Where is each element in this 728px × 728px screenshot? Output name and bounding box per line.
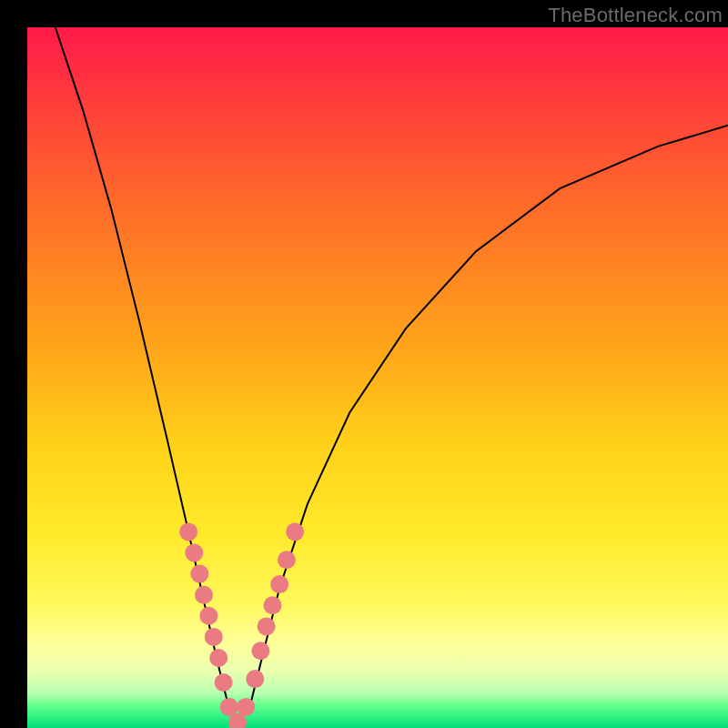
curve-marker [278,551,296,569]
curve-marker [199,607,217,625]
curve-marker [205,628,223,646]
curve-marker [237,698,255,716]
curve-marker [220,698,238,716]
curve-marker [179,522,197,541]
watermark-text: TheBottleneck.com [548,4,723,27]
bottleneck-curve [56,27,728,724]
curve-marker [215,673,233,692]
curve-marker [258,617,276,635]
chart-overlay [27,27,728,728]
curve-marker [185,544,203,562]
curve-marker [246,670,264,688]
curve-marker [286,522,304,541]
curve-marker [195,586,213,604]
curve-marker [270,575,288,593]
chart-stage: TheBottleneck.com [0,0,728,728]
curve-marker [264,596,282,614]
curve-marker [251,642,269,660]
curve-marker [209,649,228,667]
marker-group [179,522,304,728]
curve-marker [190,565,208,583]
